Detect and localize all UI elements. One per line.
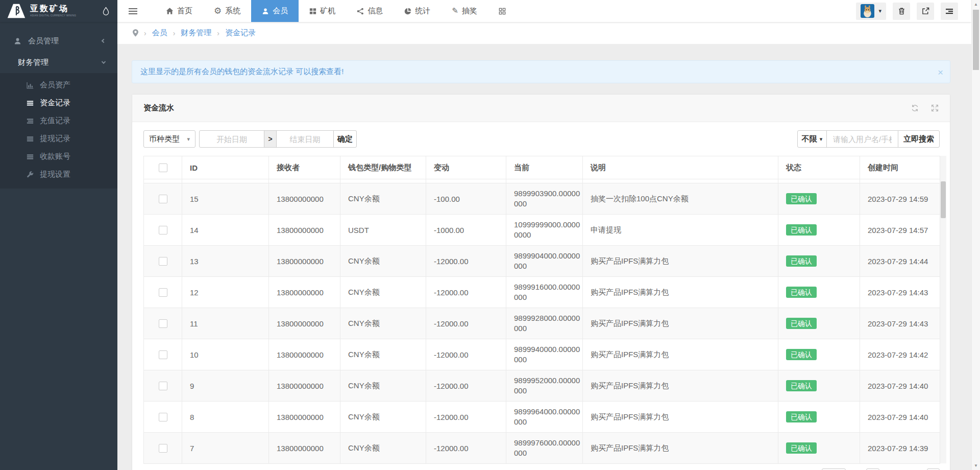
cell-current: 9899903900.00000000 bbox=[506, 183, 583, 215]
sidebar-item-chart[interactable]: 会员资产 bbox=[0, 76, 117, 94]
refresh-icon[interactable] bbox=[911, 104, 919, 112]
sidebar-toggle-button[interactable] bbox=[117, 0, 148, 22]
close-icon[interactable]: × bbox=[938, 67, 943, 77]
table-header-row: ID接收者钱包类型/购物类型变动当前说明状态创建时间 bbox=[144, 156, 940, 179]
breadcrumb-link[interactable]: 会员 bbox=[152, 28, 167, 38]
cell-change: -12000.00 bbox=[426, 433, 506, 464]
filter-bar: 币种类型 ▾ > 确定 不限 ▾ 立即搜索 bbox=[143, 130, 940, 148]
row-checkbox[interactable] bbox=[159, 382, 167, 390]
sidebar-item-member-management[interactable]: 会员管理 bbox=[0, 30, 117, 52]
confirm-button[interactable]: 确定 bbox=[333, 130, 357, 148]
row-checkbox-cell bbox=[144, 402, 182, 433]
chart-icon bbox=[27, 82, 34, 89]
nav-item-stats[interactable]: 统计 bbox=[394, 0, 441, 22]
row-checkbox[interactable] bbox=[159, 444, 167, 453]
row-checkbox[interactable] bbox=[159, 288, 167, 297]
breadcrumb-link[interactable]: 资金记录 bbox=[225, 28, 256, 38]
nav-item-label: 会员 bbox=[273, 6, 288, 16]
nav-menu: 首页⚙系统会员矿机信息统计✎抽奖 bbox=[155, 0, 517, 22]
sidebar-item-wrench[interactable]: 提现设置 bbox=[0, 166, 117, 183]
sidebar-item-label: 提现设置 bbox=[40, 170, 70, 179]
scroll-down-icon[interactable]: ▼ bbox=[972, 463, 980, 468]
logo: 亚数矿场 ASIAN DIGITAL CURRENCY MINING bbox=[0, 0, 117, 22]
status-badge: 已确认 bbox=[786, 193, 817, 204]
nav-item-gear[interactable]: ⚙系统 bbox=[203, 0, 251, 22]
nav-item-apps-grid[interactable] bbox=[488, 0, 517, 22]
list-icon bbox=[27, 153, 34, 160]
cell-status: 已确认 bbox=[778, 433, 860, 464]
nav-item-lottery[interactable]: ✎抽奖 bbox=[441, 0, 488, 22]
search-input[interactable] bbox=[826, 130, 898, 148]
nav-item-home[interactable]: 首页 bbox=[155, 0, 203, 22]
cell-wallet-type: CNY余额 bbox=[340, 370, 426, 402]
row-checkbox[interactable] bbox=[159, 350, 167, 359]
cell-change: -12000.00 bbox=[426, 339, 506, 370]
cell-wallet-type: CNY余额 bbox=[340, 402, 426, 433]
search-button[interactable]: 立即搜索 bbox=[898, 130, 940, 148]
table-scrollbar[interactable] bbox=[940, 156, 946, 463]
cell-status: 已确认 bbox=[778, 402, 860, 433]
logo-mark-icon bbox=[7, 3, 26, 19]
nav-item-info[interactable]: 信息 bbox=[346, 0, 394, 22]
table-row: 1313800000000CNY余额-12000.009899904000.00… bbox=[144, 246, 940, 277]
currency-type-select[interactable]: 币种类型 ▾ bbox=[143, 130, 195, 148]
page-scrollbar-thumb[interactable] bbox=[973, 10, 979, 70]
sidebar-item-fund-records-active[interactable]: 资金记录 bbox=[0, 94, 117, 112]
hamburger-icon bbox=[129, 7, 137, 16]
external-link-button[interactable] bbox=[917, 3, 934, 20]
cell-created-time: 2023-07-29 14:59 bbox=[860, 183, 940, 215]
cell-note: 购买产品IPFS满算力包 bbox=[583, 308, 778, 339]
row-checkbox-cell bbox=[144, 183, 182, 215]
cell-created-time: 2023-07-29 14:43 bbox=[860, 277, 940, 308]
cell-receiver: 13800000000 bbox=[269, 215, 340, 246]
cell-id: 12 bbox=[182, 277, 269, 308]
status-badge: 已确认 bbox=[786, 411, 817, 422]
nav-item-label: 抽奖 bbox=[462, 6, 477, 16]
table-zone: ID接收者钱包类型/购物类型变动当前说明状态创建时间 1513800000000… bbox=[143, 156, 945, 464]
list-icon bbox=[27, 100, 34, 107]
page-scrollbar[interactable]: ▲ ▼ bbox=[971, 0, 980, 470]
table-scrollbar-thumb[interactable] bbox=[941, 181, 946, 218]
row-checkbox[interactable] bbox=[159, 226, 167, 234]
sidebar-item-list[interactable]: 提现记录 bbox=[0, 130, 117, 148]
status-badge: 已确认 bbox=[786, 318, 817, 329]
sidebar-item-layers[interactable]: 充值记录 bbox=[0, 112, 117, 130]
sidebar-item-finance-management[interactable]: 财务管理 bbox=[0, 52, 117, 73]
sidebar-item-list[interactable]: 收款账号 bbox=[0, 148, 117, 166]
scroll-up-icon[interactable]: ▲ bbox=[972, 2, 980, 7]
nav-item-label: 首页 bbox=[177, 6, 192, 16]
cell-note: 抽奖一次扣除100点CNY余额 bbox=[583, 183, 778, 215]
sidebar-group-label: 财务管理 bbox=[18, 58, 48, 67]
column-header: 创建时间 bbox=[860, 156, 940, 179]
user-avatar-dropdown[interactable]: ▾ bbox=[856, 3, 886, 20]
row-checkbox[interactable] bbox=[159, 319, 167, 328]
nav-item-user[interactable]: 会员 bbox=[251, 0, 299, 22]
sidebar-item-label: 提现记录 bbox=[40, 134, 70, 144]
cell-created-time: 2023-07-29 14:40 bbox=[860, 402, 940, 433]
row-checkbox[interactable] bbox=[159, 413, 167, 421]
row-checkbox[interactable] bbox=[159, 195, 167, 203]
scope-select[interactable]: 不限 ▾ bbox=[797, 130, 827, 148]
breadcrumb-separator: › bbox=[144, 29, 146, 37]
cell-id: 8 bbox=[182, 402, 269, 433]
date-range-separator-button[interactable]: > bbox=[264, 130, 277, 148]
status-badge: 已确认 bbox=[786, 349, 817, 360]
nav-item-miner[interactable]: 矿机 bbox=[299, 0, 346, 22]
panel-header: 资金流水 bbox=[132, 95, 950, 122]
breadcrumb-link[interactable]: 财务管理 bbox=[181, 28, 211, 38]
cell-wallet-type: USDT bbox=[340, 215, 426, 246]
end-date-input[interactable] bbox=[276, 130, 334, 148]
fullscreen-icon[interactable] bbox=[931, 104, 939, 112]
cell-note: 购买产品IPFS满算力包 bbox=[583, 246, 778, 277]
cell-created-time: 2023-07-29 14:42 bbox=[860, 339, 940, 370]
select-all-checkbox[interactable] bbox=[159, 163, 167, 172]
start-date-input[interactable] bbox=[199, 130, 264, 148]
breadcrumb-separator: › bbox=[173, 29, 176, 37]
trash-button[interactable] bbox=[893, 3, 910, 20]
row-checkbox-cell bbox=[144, 370, 182, 402]
currency-type-label: 币种类型 bbox=[149, 134, 180, 144]
cell-receiver: 13800000000 bbox=[269, 370, 340, 402]
row-checkbox[interactable] bbox=[159, 257, 167, 266]
log-menu-button[interactable] bbox=[941, 3, 958, 20]
cell-status: 已确认 bbox=[778, 277, 860, 308]
